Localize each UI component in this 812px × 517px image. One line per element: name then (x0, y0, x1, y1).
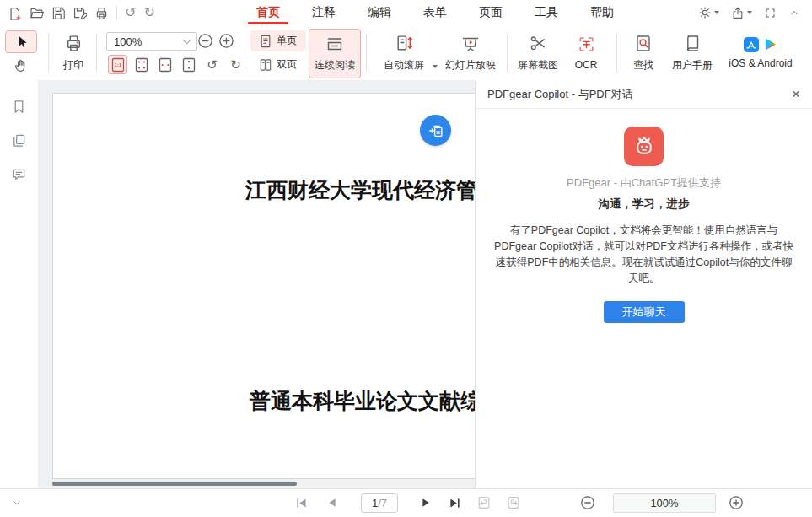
copilot-slogan: 沟通，学习，进步 (599, 197, 690, 212)
previous-view-icon (476, 495, 492, 510)
comments-panel-button[interactable] (11, 166, 27, 182)
home-ribbon: 打印 100% 1:1 ↺ ↻ 单 (0, 25, 812, 81)
copilot-description: 有了PDFgear Copilot，文档将会更智能！使用自然语言与PDFgear… (476, 223, 812, 287)
minus-circle-icon (197, 33, 213, 49)
undo-button[interactable]: ↺ (125, 6, 136, 19)
actual-size-button[interactable]: 1:1 (108, 55, 127, 74)
new-file-button[interactable] (7, 6, 21, 20)
chevron-down-icon (11, 497, 23, 509)
ocr-button[interactable]: OCR (567, 25, 605, 80)
document-subtitle-text: 普通本科毕业论文文献综 (250, 387, 481, 415)
fit-page-icon (135, 57, 148, 73)
tab-edit[interactable]: 编辑 (364, 0, 395, 25)
last-page-button[interactable] (444, 489, 465, 516)
single-page-button[interactable]: 单页 (250, 30, 306, 51)
svg-text:1:1: 1:1 (114, 62, 122, 67)
auto-scroll-button[interactable]: 自动滚屏 (372, 25, 436, 80)
zoom-select[interactable]: 100% (106, 32, 197, 51)
fit-width-button[interactable] (155, 55, 175, 74)
redo-icon: ↻ (143, 6, 154, 19)
plus-circle-icon (218, 33, 234, 49)
horizontal-scrollbar[interactable] (52, 482, 297, 486)
ocr-icon (577, 35, 596, 54)
single-page-label: 单页 (277, 34, 297, 48)
save-as-icon (73, 6, 87, 20)
previous-view-button[interactable] (474, 489, 494, 516)
copilot-panel: PDFgear Copilot - 与PDF对话 × PDFgear - 由Ch… (475, 80, 812, 489)
fit-width-icon (159, 57, 172, 73)
screenshot-button[interactable]: 屏幕截图 (511, 25, 565, 80)
save-icon (51, 6, 65, 19)
thumbnails-panel-button[interactable] (11, 132, 27, 148)
plus-circle-icon (729, 495, 744, 510)
quick-print-button[interactable] (94, 6, 109, 20)
printer-icon (64, 34, 83, 53)
hand-icon (13, 58, 28, 73)
hand-tool-button[interactable] (5, 55, 35, 76)
share-button[interactable] (731, 6, 752, 19)
tab-home[interactable]: 首页 (253, 0, 283, 25)
start-chat-button[interactable]: 开始聊天 (604, 301, 685, 323)
copilot-panel-body: PDFgear - 由ChatGPT提供支持 沟通，学习，进步 有了PDFgea… (476, 109, 812, 323)
page-number-input[interactable]: 1 /7 (361, 493, 398, 513)
slideshow-button[interactable]: 幻灯片放映 (438, 25, 503, 80)
save-as-button[interactable] (73, 6, 87, 20)
double-page-button[interactable]: 双页 (250, 54, 306, 75)
open-folder-icon (29, 6, 44, 20)
status-zoom-out-button[interactable] (578, 489, 597, 516)
user-manual-button[interactable]: 用户手册 (666, 25, 718, 80)
redo-button[interactable]: ↻ (143, 6, 154, 19)
chevron-down-icon (183, 36, 191, 45)
status-bar: 1 /7 100% (0, 488, 812, 517)
auto-scroll-caret-icon (433, 65, 438, 68)
tab-tools[interactable]: 工具 (531, 0, 562, 25)
status-zoom-in-button[interactable] (727, 489, 745, 516)
next-view-icon (506, 495, 521, 510)
google-play-icon (763, 37, 777, 51)
bookmarks-panel-button[interactable] (11, 99, 27, 115)
collapse-toolbar-button[interactable] (788, 7, 800, 19)
first-page-button[interactable] (292, 489, 310, 516)
previous-page-button[interactable] (323, 489, 341, 516)
fullscreen-button[interactable] (764, 7, 777, 19)
fit-height-button[interactable] (179, 55, 198, 74)
print-button[interactable]: 打印 (52, 25, 94, 80)
convert-to-word-button[interactable]: w (420, 115, 451, 146)
mobile-apps-label: iOS & Android (729, 57, 792, 69)
select-tool-button[interactable] (5, 30, 37, 53)
new-file-icon (7, 6, 21, 20)
collapse-sidebar-button[interactable] (8, 489, 25, 516)
tab-page[interactable]: 页面 (476, 0, 506, 25)
cursor-arrow-icon (14, 35, 29, 49)
last-page-icon (448, 496, 462, 510)
continuous-reading-button[interactable]: 连续阅读 (309, 29, 361, 78)
mobile-apps-button[interactable]: iOS & Android (718, 25, 803, 80)
save-button[interactable] (51, 6, 65, 19)
book-icon (683, 34, 702, 53)
tab-help[interactable]: 帮助 (587, 0, 617, 25)
auto-scroll-label: 自动滚屏 (384, 58, 424, 73)
open-file-button[interactable] (29, 6, 44, 20)
theme-button[interactable] (698, 6, 719, 19)
zoom-select-value: 100% (114, 35, 142, 48)
continuous-reading-label: 连续阅读 (315, 58, 355, 73)
rotate-right-button[interactable]: ↻ (226, 55, 245, 74)
find-button[interactable]: 查找 (624, 25, 663, 80)
copilot-logo (624, 127, 664, 166)
theme-sun-icon (698, 6, 712, 19)
print-icon (94, 6, 109, 20)
next-view-button[interactable] (503, 489, 524, 516)
tab-form[interactable]: 表单 (420, 0, 450, 25)
undo-icon: ↺ (125, 6, 136, 19)
status-zoom-level[interactable]: 100% (613, 493, 716, 513)
rotate-left-button[interactable]: ↺ (202, 55, 222, 74)
zoom-out-button[interactable] (197, 33, 213, 49)
zoom-in-button[interactable] (218, 33, 234, 49)
fit-page-button[interactable] (132, 55, 151, 74)
tab-annotate[interactable]: 注释 (309, 0, 339, 25)
comment-icon (11, 166, 27, 182)
close-icon[interactable]: × (792, 87, 800, 101)
find-label: 查找 (633, 58, 653, 73)
next-page-button[interactable] (417, 489, 435, 516)
screenshot-label: 屏幕截图 (518, 58, 558, 73)
